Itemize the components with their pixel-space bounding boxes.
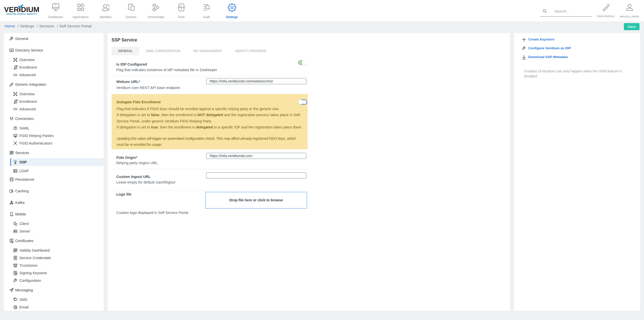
svg-text:AD: AD	[10, 50, 13, 51]
